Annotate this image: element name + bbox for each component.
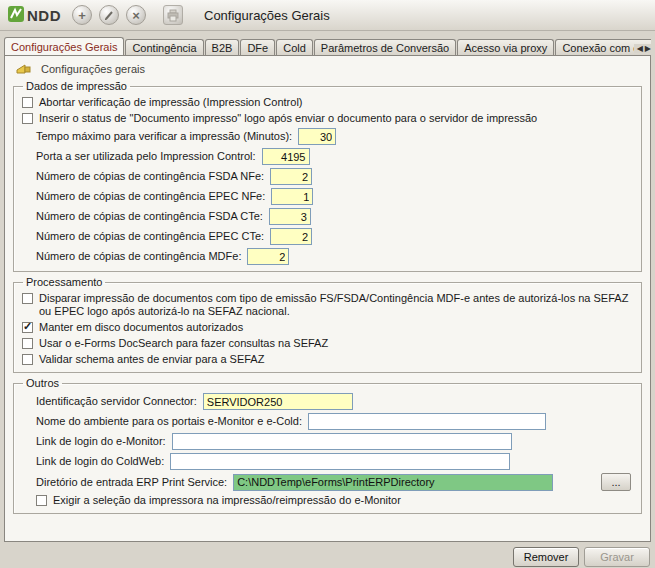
checkbox-row: Exigir a seleção da impressora na impres… xyxy=(36,494,633,507)
browse-button[interactable]: ... xyxy=(601,473,631,491)
settings-icon xyxy=(15,61,33,77)
add-icon[interactable]: + xyxy=(72,5,92,25)
field-row: Porta a ser utilizada pelo Impression Co… xyxy=(36,148,633,165)
window-title: Configurações Gerais xyxy=(204,8,330,23)
docsearch-checkbox[interactable] xyxy=(22,338,33,349)
tab-scroll-buttons: ◀ ▶ xyxy=(634,44,651,53)
field-row: Link de login do e-Monitor: xyxy=(36,433,633,450)
checkbox-row: Manter em disco documentos autorizados xyxy=(22,321,633,334)
tab-acesso-via-proxy[interactable]: Acesso via proxy xyxy=(457,39,554,55)
validar-schema-checkbox[interactable] xyxy=(22,354,33,365)
field-row: Número de cópias de contingência EPEC CT… xyxy=(36,228,633,245)
checkbox-row: Usar o e-Forms DocSearch para fazer cons… xyxy=(22,337,633,350)
ndd-logo: NDD xyxy=(8,6,61,24)
field-row: Identificação servidor Connector: xyxy=(36,393,633,410)
field-label: Número de cópias de contingência MDFe: xyxy=(36,250,241,263)
field-label: Link de login do e-Monitor: xyxy=(36,435,166,448)
field-label: Nome do ambiente para os portais e-Monit… xyxy=(36,415,302,428)
field-label: Número de cópias de contingência EPEC NF… xyxy=(36,190,265,203)
group-title: Dados de impressão xyxy=(23,80,130,92)
tab-parametros-de-conversao[interactable]: Parâmetros de Conversão xyxy=(314,39,456,55)
disparar-impressao-checkbox[interactable] xyxy=(22,293,33,304)
group-title: Outros xyxy=(23,377,62,389)
ndd-logo-text: NDD xyxy=(27,7,61,24)
page-title: Configurações gerais xyxy=(41,63,145,75)
field-row: Nome do ambiente para os portais e-Monit… xyxy=(36,413,633,430)
abortar-verificacao-checkbox[interactable] xyxy=(22,97,33,108)
porta-impression-control-input[interactable] xyxy=(262,148,310,165)
tab-cold[interactable]: Cold xyxy=(276,39,313,55)
remover-button[interactable]: Remover xyxy=(513,547,579,567)
checkbox-label: Inserir o status de "Documento impresso"… xyxy=(39,112,537,125)
tab-content-panel: Configurações gerais Dados de impressão … xyxy=(4,55,651,542)
edit-icon[interactable] xyxy=(99,5,119,25)
checkbox-label: Disparar impressão de documentos com tip… xyxy=(39,292,633,318)
ambiente-input[interactable] xyxy=(308,413,546,430)
exigir-impressora-checkbox[interactable] xyxy=(36,495,47,506)
copias-fsda-cte-input[interactable] xyxy=(269,208,311,225)
checkbox-row: Abortar verificação de impressão (Impres… xyxy=(22,96,633,109)
inserir-status-checkbox[interactable] xyxy=(22,113,33,124)
field-label: Número de cópias de contingência FSDA CT… xyxy=(36,210,263,223)
coldweb-link-input[interactable] xyxy=(170,453,510,470)
field-label: Identificação servidor Connector: xyxy=(36,395,197,408)
group-processamento: Processamento Disparar impressão de docu… xyxy=(13,276,642,373)
field-row: Diretório de entrada ERP Print Service: … xyxy=(36,473,633,491)
tab-scroll-left-icon[interactable]: ◀ xyxy=(637,44,643,53)
checkbox-row: Inserir o status de "Documento impresso"… xyxy=(22,112,633,125)
footer: Remover Gravar xyxy=(4,547,650,567)
field-label: Link de login do ColdWeb: xyxy=(36,455,164,468)
manter-disco-checkbox[interactable] xyxy=(22,322,33,333)
field-label: Número de cópias de contingência FSDA NF… xyxy=(36,170,264,183)
field-label: Tempo máximo para verificar a impressão … xyxy=(36,130,292,143)
field-label: Número de cópias de contingência EPEC CT… xyxy=(36,230,264,243)
checkbox-label: Abortar verificação de impressão (Impres… xyxy=(39,96,303,109)
erp-directory-input[interactable] xyxy=(233,474,553,491)
emonitor-link-input[interactable] xyxy=(172,433,512,450)
field-row: Número de cópias de contingência MDFe: xyxy=(36,248,633,265)
field-label: Porta a ser utilizada pelo Impression Co… xyxy=(36,150,256,163)
field-row: Link de login do ColdWeb: xyxy=(36,453,633,470)
tempo-maximo-input[interactable] xyxy=(298,128,336,145)
field-row: Número de cópias de contingência FSDA NF… xyxy=(36,168,633,185)
copias-mdfe-input[interactable] xyxy=(247,248,289,265)
checkbox-row: Disparar impressão de documentos com tip… xyxy=(22,292,633,318)
checkbox-row: Validar schema antes de enviar para a SE… xyxy=(22,353,633,366)
print-icon[interactable] xyxy=(163,5,183,25)
checkbox-label: Validar schema antes de enviar para a SE… xyxy=(39,353,264,366)
tab-contingencia[interactable]: Contingência xyxy=(125,39,203,55)
tab-b2b[interactable]: B2B xyxy=(205,39,240,55)
field-label: Diretório de entrada ERP Print Service: xyxy=(36,476,227,489)
copias-fsda-nfe-input[interactable] xyxy=(270,168,312,185)
field-row: Número de cópias de contingência FSDA CT… xyxy=(36,208,633,225)
toolbar: NDD + × Configurações Gerais xyxy=(0,0,655,31)
group-outros: Outros Identificação servidor Connector:… xyxy=(13,377,642,514)
tab-bar: Configurações Gerais Contingência B2B DF… xyxy=(4,37,651,55)
group-dados-de-impressao: Dados de impressão Abortar verificação d… xyxy=(13,80,642,272)
page-heading: Configurações gerais xyxy=(5,56,650,80)
ndd-logo-icon xyxy=(8,6,24,24)
copias-epec-nfe-input[interactable] xyxy=(271,188,313,205)
tab-configuracoes-gerais[interactable]: Configurações Gerais xyxy=(4,37,124,55)
tab-dfe[interactable]: DFe xyxy=(240,39,275,55)
field-row: Número de cópias de contingência EPEC NF… xyxy=(36,188,633,205)
checkbox-label: Exigir a seleção da impressora na impres… xyxy=(53,494,401,507)
field-row: Tempo máximo para verificar a impressão … xyxy=(36,128,633,145)
checkbox-label: Usar o e-Forms DocSearch para fazer cons… xyxy=(39,337,328,350)
group-title: Processamento xyxy=(23,276,105,288)
tab-scroll-right-icon[interactable]: ▶ xyxy=(645,44,651,53)
copias-epec-cte-input[interactable] xyxy=(270,228,312,245)
close-icon[interactable]: × xyxy=(126,5,146,25)
checkbox-label: Manter em disco documentos autorizados xyxy=(39,321,243,334)
connector-input[interactable] xyxy=(203,393,353,410)
gravar-button[interactable]: Gravar xyxy=(584,547,650,567)
